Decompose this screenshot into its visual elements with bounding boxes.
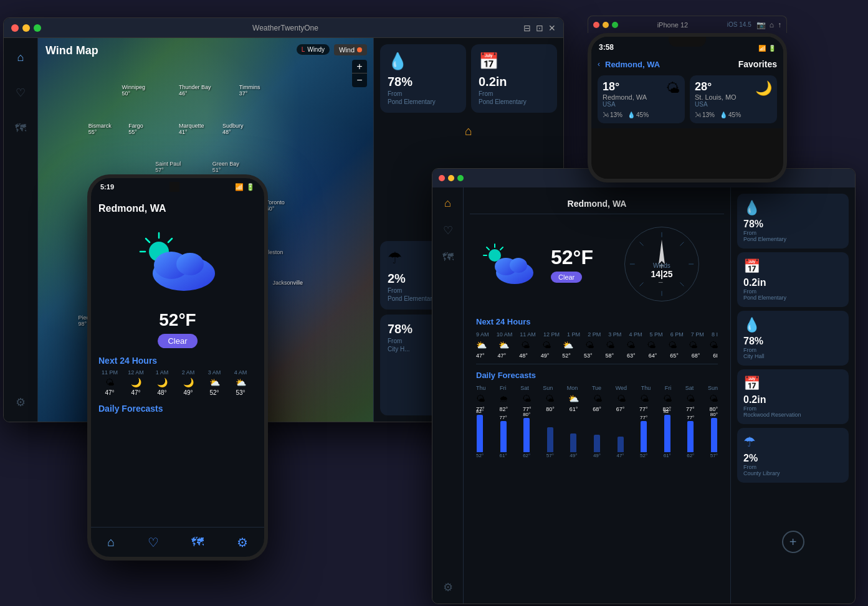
sidebar-item-settings[interactable]: ⚙ <box>11 392 31 412</box>
android-phone: 5:19 📶 🔋 Redmond, WA <box>87 174 268 561</box>
iphone-window-controls <box>593 22 618 28</box>
sec-rockwood-card: 📅 0.2in From Rockwood Reservation <box>737 369 849 424</box>
stlouis-weather-icon: 🌙 <box>755 80 772 97</box>
svg-line-3 <box>168 239 172 242</box>
secondary-weather-icon <box>476 238 538 290</box>
iphone-nav: ‹ Redmond, WA Favorites <box>598 59 777 69</box>
secondary-main: Redmond, WA <box>464 187 730 604</box>
window-title: WeatherTwentyOne <box>47 24 523 32</box>
next24-title: Next 24 Hours <box>476 317 718 326</box>
map-label-fargo: Fargo55° <box>128 123 143 135</box>
android-weather-icon <box>98 220 257 304</box>
redmond-weather-icon: 🌤 <box>666 80 680 97</box>
minimize-button[interactable] <box>22 24 30 32</box>
daily-title: Daily Forecasts <box>476 371 718 380</box>
map-label-jacksonville: Jacksonville <box>273 280 303 286</box>
android-nav-map[interactable]: 🗺 <box>191 535 204 549</box>
android-statusbar: 5:19 📶 🔋 <box>91 178 264 196</box>
sidebar: ⌂ ♡ 🗺 ⚙ <box>4 38 38 422</box>
sec-sidebar-map[interactable]: 🗺 <box>442 251 454 264</box>
sidebar-item-map[interactable]: 🗺 <box>11 118 31 138</box>
svg-line-9 <box>487 247 489 250</box>
map-label-winnipeg: Winnipeg50° <box>122 84 146 97</box>
iphone-min[interactable] <box>603 22 609 28</box>
hourly-item: 12 AM 🌙 47° <box>125 369 147 396</box>
map-label-green-bay: Green Bay51° <box>212 161 239 173</box>
svg-line-11 <box>500 247 503 250</box>
android-nav-favorites[interactable]: ♡ <box>148 535 159 550</box>
hourly-item: 11 PM 🌤 47° <box>98 369 121 396</box>
sec-max[interactable] <box>457 175 464 181</box>
sec-cityhall-humidity-card: 💧 78% From City Hall <box>737 311 849 366</box>
svg-point-15 <box>510 258 527 273</box>
sec-sidebar-favorites[interactable]: ♡ <box>443 224 453 237</box>
secondary-window: WeatherTwentyOne ⌂ ♡ 🗺 ⚙ Redmond, WA <box>432 168 856 604</box>
sec-close[interactable] <box>439 175 445 181</box>
android-nav-home[interactable]: ⌂ <box>107 535 115 549</box>
hourly-times-row: 9 AM 10 AM 11 AM 12 PM 1 PM 2 PM 3 PM 4 … <box>476 331 718 338</box>
iphone-ios-label: iOS 14.5 <box>727 21 751 28</box>
window-titlebar: WeatherTwentyOne ⊟ ⊡ ✕ <box>4 18 563 38</box>
iphone-max[interactable] <box>612 22 618 28</box>
daily-highs-row: 77° 82° 77° 80° 61° 68° 67° 77° 82° 77° … <box>476 406 718 412</box>
iphone-content: ‹ Redmond, WA Favorites 18° Redmond, WA … <box>591 54 783 128</box>
gauge-circle: + − Winds 14|25 <box>624 227 699 301</box>
sec-min[interactable] <box>448 175 454 181</box>
secondary-sidebar: ⌂ ♡ 🗺 ⚙ <box>432 187 464 604</box>
sec-humidity-card: 💧 78% From Pond Elementary <box>737 194 849 249</box>
hourly-item: 4 AM ⛅ 53° <box>229 369 252 396</box>
iphone-frame: 3:58 📶 🔋 ‹ Redmond, WA Favorites 18° Red… <box>588 33 787 182</box>
android-content: Redmond, WA <box>91 196 264 527</box>
android-status-icons: 📶 🔋 <box>235 183 255 191</box>
sec-precip-card: 📅 0.2in From Pond Elementary <box>737 252 849 307</box>
svg-text:−: − <box>658 278 663 287</box>
hourly-temps-row: 47° 47° 48° 49° 52° 53° 58° 63° 64° 65° … <box>476 353 718 364</box>
sec-rockwood-icon: 📅 <box>743 376 842 392</box>
add-widget-button[interactable]: + <box>782 531 804 553</box>
iphone-close[interactable] <box>593 22 599 28</box>
sec-precip-icon: 📅 <box>743 258 842 275</box>
close-button[interactable] <box>11 24 19 32</box>
precip-value: 0.2in <box>479 75 507 89</box>
hourly-item: 2 AM 🌙 49° <box>177 369 199 396</box>
daily-bars: 82° 52° 77° 61° 80° 62° <box>476 415 718 458</box>
wind-gauge: + − Winds 14|25 <box>606 227 718 301</box>
android-time: 5:19 <box>100 183 114 191</box>
sidebar-item-home[interactable]: ⌂ <box>11 47 31 67</box>
hourly-item: 1 AM 🌙 48° <box>151 369 173 396</box>
secondary-location: Redmond, WA <box>470 194 724 214</box>
wind-badge: Wind <box>334 44 367 55</box>
iphone-back-btn[interactable]: ‹ <box>598 60 600 69</box>
precipitation-card: 📅 0.2in From Pond Elementary <box>471 44 557 113</box>
android-daily-title: Daily Forecasts <box>98 404 257 414</box>
zoom-in-button[interactable]: + <box>352 60 367 73</box>
zoom-out-button[interactable]: − <box>352 73 367 87</box>
iphone-notch <box>669 37 706 47</box>
gauge-info: Winds 14|25 <box>651 262 672 279</box>
secondary-window-controls <box>439 175 464 181</box>
iphone-window-bar: iPhone 12 iOS 14.5 📷 ⌂ ↑ <box>588 16 787 33</box>
camera-icon: 📷 <box>756 21 766 29</box>
precip-icon: 📅 <box>479 52 498 71</box>
iphone-location: Redmond, WA <box>605 60 660 69</box>
daily-forecast-section: Daily Forecasts Thu Fri Sat Sun Mon Tue … <box>470 371 724 458</box>
map-label-sudbury: Sudbury48° <box>222 123 244 135</box>
android-nav-settings[interactable]: ⚙ <box>237 535 248 550</box>
svg-line-21 <box>680 242 684 246</box>
maximize-button[interactable] <box>34 24 41 32</box>
svg-point-7 <box>176 253 204 275</box>
sec-sidebar-home[interactable]: ⌂ <box>444 197 451 210</box>
map-label-saint-paul: Saint Paul57° <box>155 161 181 173</box>
hourly-icons-row: ⛅ ⛅ 🌤 🌤 ⛅ 🌤 🌤 🌤 🌤 🌤 🌤 🌤 <box>476 340 718 350</box>
svg-line-22 <box>640 283 644 286</box>
sec-county-library-card: ☂ 2% From County Library <box>737 428 849 483</box>
iphone-header: Favorites <box>738 59 777 69</box>
iphone-time: 3:58 <box>599 43 614 52</box>
iphone-container: iPhone 12 iOS 14.5 📷 ⌂ ↑ 3:58 📶 🔋 ‹ Redm… <box>588 16 787 182</box>
sec-sidebar-settings[interactable]: ⚙ <box>443 580 453 594</box>
map-label-thunder-bay: Thunder Bay46° <box>179 84 211 97</box>
map-label-bismarck: Bismarck55° <box>88 123 112 135</box>
home-icon-side[interactable]: ⌂ <box>465 124 472 138</box>
sidebar-item-favorites[interactable]: ♡ <box>11 83 31 103</box>
share-icon: ↑ <box>778 21 781 29</box>
